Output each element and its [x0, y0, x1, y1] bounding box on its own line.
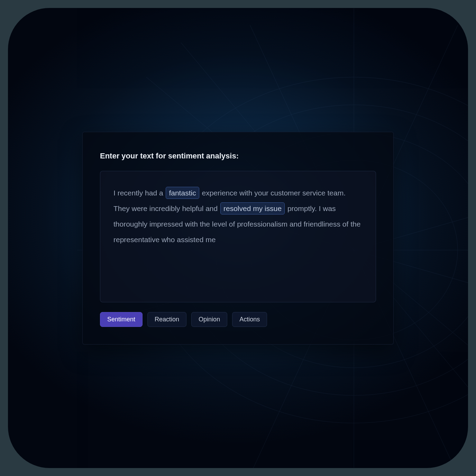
tab-opinion[interactable]: Opinion [191, 312, 227, 327]
sentiment-panel: Enter your text for sentiment analysis: … [82, 132, 394, 345]
prompt-label: Enter your text for sentiment analysis: [100, 152, 376, 161]
analysis-text-input[interactable]: I recently had a fantastic experience wi… [100, 171, 376, 302]
background-card: Enter your text for sentiment analysis: … [8, 8, 468, 468]
text-segment: I recently had a [113, 189, 165, 197]
tab-sentiment[interactable]: Sentiment [100, 312, 143, 327]
tab-reaction[interactable]: Reaction [147, 312, 186, 327]
highlighted-phrase: resolved my issue [220, 202, 285, 215]
category-tabs: SentimentReactionOpinionActions [100, 312, 376, 327]
highlighted-phrase: fantastic [166, 187, 199, 199]
tab-actions[interactable]: Actions [232, 312, 267, 327]
